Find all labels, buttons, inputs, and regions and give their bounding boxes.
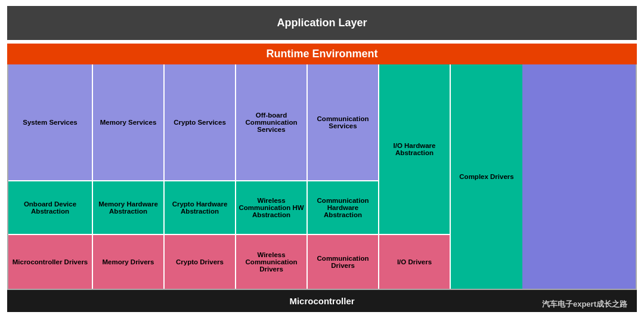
- main-wrapper: Application Layer Runtime Environment Sy…: [0, 0, 644, 318]
- comm-drivers-cell: Communication Drivers: [308, 235, 378, 289]
- col-system: System Services Onboard Device Abstracti…: [8, 64, 93, 289]
- microcontroller-bar: Microcontroller 汽车电子expert成长之路: [7, 290, 637, 312]
- application-layer-label: Application Layer: [277, 17, 367, 29]
- offboard-services-cell: Off-board Communication Services: [236, 64, 306, 181]
- microcontroller-label: Microcontroller: [289, 296, 354, 306]
- watermark: 汽车电子expert成长之路: [542, 299, 627, 310]
- col-memory: Memory Services Memory Hardware Abstract…: [93, 64, 165, 289]
- onboard-device-abstraction-cell: Onboard Device Abstraction: [8, 181, 92, 235]
- runtime-environment-label: Runtime Environment: [266, 48, 377, 60]
- io-hw-abstraction-cell: I/O Hardware Abstraction: [379, 64, 450, 235]
- runtime-environment: Runtime Environment: [7, 44, 637, 64]
- microcontroller-drivers-cell: Microcontroller Drivers: [8, 235, 92, 289]
- application-layer: Application Layer: [7, 6, 637, 40]
- architecture-grid: System Services Onboard Device Abstracti…: [7, 64, 637, 290]
- complex-drivers-cell: Complex Drivers: [451, 64, 522, 289]
- memory-hw-abstraction-cell: Memory Hardware Abstraction: [93, 181, 163, 235]
- comm-hw-abstraction-cell: Communication Hardware Abstraction: [308, 181, 378, 235]
- col-offboard: Off-board Communication Services Wireles…: [236, 64, 308, 289]
- crypto-hw-abstraction-cell: Crypto Hardware Abstraction: [165, 181, 235, 235]
- memory-drivers-cell: Memory Drivers: [93, 235, 163, 289]
- io-drivers-cell: I/O Drivers: [379, 235, 450, 289]
- comm-services-cell: Communication Services: [308, 64, 378, 181]
- col-comm: Communication Services Communication Har…: [308, 64, 379, 289]
- memory-services-cell: Memory Services: [93, 64, 163, 181]
- col-complex: Complex Drivers: [451, 64, 522, 289]
- wireless-drivers-cell: Wireless Communication Drivers: [236, 235, 306, 289]
- crypto-services-cell: Crypto Services: [165, 64, 235, 181]
- col-io: I/O Hardware Abstraction I/O Drivers: [379, 64, 451, 289]
- wireless-hw-abstraction-cell: Wireless Communication HW Abstraction: [236, 181, 306, 235]
- crypto-drivers-cell: Crypto Drivers: [165, 235, 235, 289]
- col-crypto: Crypto Services Crypto Hardware Abstract…: [165, 64, 236, 289]
- system-services-cell: System Services: [8, 64, 92, 181]
